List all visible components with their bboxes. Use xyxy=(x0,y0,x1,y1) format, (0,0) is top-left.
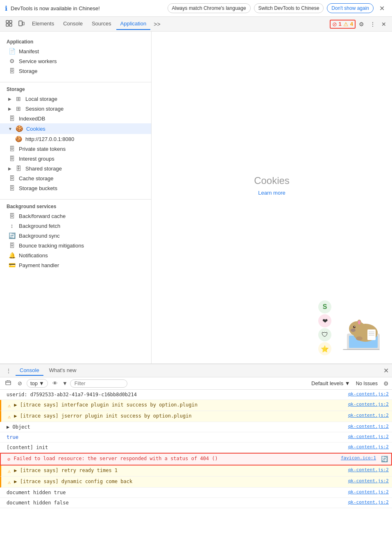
stop-recording-btn[interactable]: ⊘ xyxy=(16,379,24,387)
star-icon: ⭐ xyxy=(318,342,331,355)
notifications-icon: 🔔 xyxy=(8,252,16,259)
msg-source-itrace-2[interactable]: qk-content.js:2 xyxy=(348,412,389,419)
sidebar-item-manifest[interactable]: 📄 Manifest xyxy=(0,46,151,56)
sidebar-item-storage[interactable]: 🗄 Storage xyxy=(0,66,151,76)
console-drag-handle[interactable]: ⋮ xyxy=(3,367,14,375)
msg-source-content-init[interactable]: qk-content.js:2 xyxy=(348,444,389,451)
sidebar-item-shared-storage[interactable]: ▶ 🗄 Shared storage xyxy=(0,163,151,173)
sidebar-item-session-storage-label: Session storage xyxy=(25,106,63,112)
sidebar-item-notifications[interactable]: 🔔 Notifications xyxy=(0,250,151,260)
console-msg-doc-hidden-true: document hidden true qk-content.js:2 xyxy=(0,488,392,498)
sidebar-item-cache-storage-label: Cache storage xyxy=(19,175,54,182)
reload-icon[interactable]: 🔄 xyxy=(381,455,388,463)
error-icon: ⊘ xyxy=(332,21,337,27)
section-bg-services-title: Background services xyxy=(0,200,151,211)
sidebar-item-back-forward-cache[interactable]: 🗄 Back/forward cache xyxy=(0,211,151,221)
always-match-btn[interactable]: Always match Chrome's language xyxy=(168,3,251,13)
msg-source-object[interactable]: qk-content.js:2 xyxy=(348,423,389,430)
msg-text-doc-hidden-true: document hidden true xyxy=(7,489,345,496)
main-area: Application 📄 Manifest ⚙ Service workers… xyxy=(0,32,392,363)
indexeddb-icon: 🗄 xyxy=(8,115,16,122)
sidebar-item-cache-storage[interactable]: 🗄 Cache storage xyxy=(0,173,151,183)
notification-close-btn[interactable]: ✕ xyxy=(377,4,387,13)
capybara-image xyxy=(335,309,384,355)
sidebar-item-storage-buckets[interactable]: 🗄 Storage buckets xyxy=(0,183,151,193)
sidebar-item-local-storage[interactable]: ▶ ⊞ Local storage xyxy=(0,94,151,104)
tab-elements[interactable]: Elements xyxy=(28,18,58,30)
msg-source-404[interactable]: favicon.ico:1 xyxy=(341,455,376,462)
tab-console[interactable]: Console xyxy=(59,18,87,30)
more-menu-btn[interactable]: ⋮ xyxy=(367,19,378,29)
learn-more-link[interactable]: Learn more xyxy=(258,190,285,196)
shared-storage-icon: 🗄 xyxy=(15,165,22,172)
sidebar-item-bounce-tracking-label: Bounce tracking mitigations xyxy=(19,243,84,249)
svg-rect-8 xyxy=(343,349,380,350)
back-forward-cache-icon: 🗄 xyxy=(8,213,16,219)
tab-console-panel[interactable]: Console xyxy=(16,366,43,376)
sidebar-item-indexeddb-label: IndexedDB xyxy=(19,116,45,122)
sidebar-item-cookies[interactable]: ▼ 🍪 Cookies xyxy=(0,123,151,134)
console-settings-btn[interactable]: ⚙ xyxy=(383,380,389,387)
msg-source-doc-hidden-false[interactable]: qk-content.js:2 xyxy=(348,499,389,506)
eye-btn[interactable]: 👁 xyxy=(50,379,60,387)
section-storage-title: Storage xyxy=(0,82,151,94)
msg-source-true[interactable]: qk-content.js:2 xyxy=(348,434,389,440)
context-selector[interactable]: top ▼ xyxy=(27,379,48,388)
filter-input[interactable] xyxy=(70,379,127,388)
heart-icon: ❤ xyxy=(318,314,331,327)
sidebar-item-cookie-url[interactable]: 🍪 http://127.0.0.1:8080 xyxy=(0,134,151,144)
emoji-stack: S ❤ 🛡 ⭐ xyxy=(318,300,331,355)
msg-source-doc-hidden-true[interactable]: qk-content.js:2 xyxy=(348,489,389,496)
triangle-shared-storage: ▶ xyxy=(8,166,11,171)
clear-console-btn[interactable] xyxy=(3,379,13,388)
error-icon-404: ⊘ xyxy=(7,456,10,463)
svg-rect-5 xyxy=(23,22,24,25)
sidebar-item-shared-storage-label: Shared storage xyxy=(25,166,62,172)
triangle-session-storage: ▶ xyxy=(8,107,11,111)
tab-sources[interactable]: Sources xyxy=(88,18,116,30)
interest-groups-icon: 🗄 xyxy=(8,155,16,162)
manifest-icon: 📄 xyxy=(8,48,16,54)
msg-source-retry[interactable]: qk-content.js:2 xyxy=(348,467,389,474)
msg-text-true: true xyxy=(7,434,345,441)
more-tabs-btn[interactable]: >> xyxy=(151,19,163,29)
msg-source-userid[interactable]: qk-content.js:2 xyxy=(348,391,389,398)
sidebar-item-indexeddb[interactable]: 🗄 IndexedDB xyxy=(0,114,151,123)
cookie-url-icon: 🍪 xyxy=(15,136,22,142)
console-msg-object: ▶ Object qk-content.js:2 xyxy=(0,422,392,432)
sidebar-item-session-storage[interactable]: ▶ ⊞ Session storage xyxy=(0,104,151,114)
notification-banner: ℹ DevTools is now available in Chinese! … xyxy=(0,0,392,17)
console-msg-content-init: [content] init qk-content.js:2 xyxy=(0,443,392,453)
sidebar-item-background-fetch[interactable]: ↕ Background fetch xyxy=(0,221,151,231)
console-msg-itrace-2: ⚠ ▶ [itrace says] jserror plugin init su… xyxy=(0,411,392,422)
sidebar-item-notifications-label: Notifications xyxy=(19,252,48,259)
tab-whats-new[interactable]: What's new xyxy=(45,366,81,376)
console-msg-itrace-1: ⚠ ▶ [itrace says] interface plugin init … xyxy=(0,400,392,411)
settings-btn[interactable]: ⚙ xyxy=(356,19,367,29)
sidebar-item-payment-handler[interactable]: 💳 Payment handler xyxy=(0,260,151,270)
svg-point-12 xyxy=(354,326,355,327)
sidebar-item-service-workers[interactable]: ⚙ Service workers xyxy=(0,56,151,66)
sidebar-item-manifest-label: Manifest xyxy=(19,48,39,54)
default-levels-btn[interactable]: Default levels ▼ xyxy=(311,380,350,386)
msg-source-itrace-1[interactable]: qk-content.js:2 xyxy=(348,401,389,408)
sidebar-item-bounce-tracking[interactable]: 🗄 Bounce tracking mitigations xyxy=(0,241,151,250)
service-workers-icon: ⚙ xyxy=(8,58,16,64)
close-devtools-btn[interactable]: ✕ xyxy=(379,19,389,29)
msg-source-dynamic[interactable]: qk-content.js:2 xyxy=(348,478,389,485)
filter-icon: ▼ xyxy=(62,380,68,386)
sidebar-item-private-state-tokens[interactable]: 🗄 Private state tokens xyxy=(0,144,151,154)
sidebar-item-service-workers-label: Service workers xyxy=(19,58,57,64)
sidebar-item-background-sync[interactable]: 🔄 Background sync xyxy=(0,231,151,241)
dont-show-again-btn[interactable]: Don't show again xyxy=(327,3,374,13)
console-close-btn[interactable]: ✕ xyxy=(383,367,389,375)
device-toggle-btn[interactable] xyxy=(16,18,27,30)
payment-handler-icon: 💳 xyxy=(8,262,16,268)
sidebar-item-background-sync-label: Background sync xyxy=(19,233,60,239)
sidebar-item-local-storage-label: Local storage xyxy=(25,96,57,102)
tab-application[interactable]: Application xyxy=(116,18,151,30)
local-storage-icon: ⊞ xyxy=(15,95,22,102)
switch-language-btn[interactable]: Switch DevTools to Chinese xyxy=(254,3,324,13)
sidebar-item-interest-groups[interactable]: 🗄 Interest groups xyxy=(0,154,151,163)
inspect-icon-btn[interactable] xyxy=(3,18,15,30)
